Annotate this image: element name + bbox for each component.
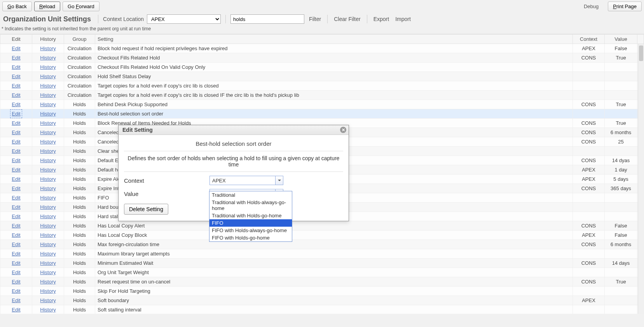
clear-filter-action[interactable]: Clear Filter [332,16,362,22]
table-row[interactable]: EditHistoryHoldsBest-hold selection sort… [0,109,644,119]
edit-link[interactable]: Edit [12,251,20,257]
history-link[interactable]: History [40,167,56,173]
col-history-header[interactable]: History [32,35,64,44]
table-row[interactable]: EditHistoryHoldsSoft boundaryAPEX [0,296,644,305]
scrollbar-thumb[interactable] [639,45,643,61]
history-link[interactable]: History [40,223,56,229]
edit-link[interactable]: Edit [12,241,20,247]
value-dropdown-list[interactable]: TraditionalTraditional with Holds-always… [209,191,292,242]
dropdown-option[interactable]: Traditional with Holds-go-home [209,212,292,219]
edit-link[interactable]: Edit [12,185,20,191]
history-link[interactable]: History [40,260,56,266]
dropdown-option[interactable]: Traditional with Holds-always-go-home [209,199,292,212]
edit-link[interactable]: Edit [12,148,20,154]
table-row[interactable]: EditHistoryCirculationHold Shelf Status … [0,72,644,81]
history-link[interactable]: History [40,148,56,154]
scrollbar[interactable] [638,44,644,314]
edit-link[interactable]: Edit [12,139,20,145]
print-page-button[interactable]: Print Page [608,2,642,11]
history-link[interactable]: History [40,279,56,285]
edit-link[interactable]: Edit [12,167,20,173]
history-link[interactable]: History [40,176,56,182]
filter-action[interactable]: Filter [307,16,323,22]
edit-link[interactable]: Edit [12,111,20,117]
go-forward-button[interactable]: Go Forward [63,2,99,11]
reload-button[interactable]: Reload [34,2,60,11]
edit-link[interactable]: Edit [12,195,20,201]
table-row[interactable]: EditHistoryHoldsMaximum library target a… [0,249,644,259]
history-link[interactable]: History [40,83,56,89]
edit-link[interactable]: Edit [12,279,20,285]
history-link[interactable]: History [40,195,56,201]
dialog-title-bar[interactable]: Edit Setting ✕ [119,125,349,135]
edit-link[interactable]: Edit [12,83,20,89]
close-icon[interactable]: ✕ [340,127,346,133]
edit-link[interactable]: Edit [12,269,20,275]
edit-link[interactable]: Edit [12,92,20,98]
history-link[interactable]: History [40,45,56,51]
history-link[interactable]: History [40,288,56,294]
table-row[interactable]: EditHistoryHoldsHas Local Copy AlertCONS… [0,221,644,231]
context-location-select[interactable]: APEX [147,14,221,24]
edit-link[interactable]: Edit [12,260,20,266]
history-link[interactable]: History [40,204,56,210]
edit-link[interactable]: Edit [12,213,20,219]
table-row[interactable]: EditHistoryHoldsBehind Desk Pickup Suppo… [0,100,644,109]
history-link[interactable]: History [40,55,56,61]
edit-link[interactable]: Edit [12,204,20,210]
dropdown-option[interactable]: FIFO with Holds-always-go-home [209,227,292,234]
table-row[interactable]: EditHistoryCirculationCheckout Fills Rel… [0,63,644,72]
search-input[interactable] [230,14,304,24]
history-link[interactable]: History [40,185,56,191]
edit-link[interactable]: Edit [12,288,20,294]
edit-link[interactable]: Edit [12,45,20,51]
history-link[interactable]: History [40,241,56,247]
table-row[interactable]: EditHistoryCirculationTarget copies for … [0,81,644,91]
dialog-context-select[interactable]: APEX [209,176,283,185]
dropdown-option[interactable]: FIFO with Holds-go-home [209,234,292,241]
edit-link[interactable]: Edit [12,223,20,229]
table-row[interactable]: EditHistoryHoldsSkip For Hold Targeting [0,287,644,296]
table-row[interactable]: EditHistoryHoldsMax foreign-circulation … [0,240,644,249]
history-link[interactable]: History [40,111,56,117]
go-back-button[interactable]: Go Back [2,2,32,11]
edit-link[interactable]: Edit [12,129,20,135]
history-link[interactable]: History [40,307,56,313]
col-value-header[interactable]: Value [605,35,637,44]
edit-link[interactable]: Edit [12,73,20,79]
history-link[interactable]: History [40,157,56,163]
col-group-header[interactable]: Group [64,35,95,44]
col-edit-header[interactable]: Edit [0,35,32,44]
dropdown-option[interactable]: FIFO [209,219,292,227]
edit-link[interactable]: Edit [12,120,20,126]
history-link[interactable]: History [40,251,56,257]
table-row[interactable]: EditHistoryHoldsReset request time on un… [0,277,644,287]
col-context-header[interactable]: Context [573,35,605,44]
history-link[interactable]: History [40,120,56,126]
table-row[interactable]: EditHistoryCirculationTarget copies for … [0,91,644,100]
history-link[interactable]: History [40,213,56,219]
history-link[interactable]: History [40,129,56,135]
import-action[interactable]: Import [394,16,412,22]
history-link[interactable]: History [40,73,56,79]
debug-link[interactable]: Debug [584,3,599,9]
edit-link[interactable]: Edit [12,297,20,303]
table-row[interactable]: EditHistoryHoldsSoft stalling interval [0,305,644,314]
table-row[interactable]: EditHistoryHoldsHas Local Copy BlockAPEX… [0,231,644,240]
table-row[interactable]: EditHistoryCirculationBlock hold request… [0,44,644,53]
history-link[interactable]: History [40,232,56,238]
edit-link[interactable]: Edit [12,307,20,313]
edit-link[interactable]: Edit [12,101,20,107]
history-link[interactable]: History [40,64,56,70]
chevron-down-icon[interactable] [275,176,283,185]
table-row[interactable]: EditHistoryHoldsOrg Unit Target Weight [0,268,644,277]
delete-setting-button[interactable]: Delete Setting [124,204,168,215]
edit-link[interactable]: Edit [12,55,20,61]
edit-link[interactable]: Edit [12,64,20,70]
history-link[interactable]: History [40,101,56,107]
table-row[interactable]: EditHistoryHoldsMinimum Estimated WaitCO… [0,259,644,268]
edit-link[interactable]: Edit [12,176,20,182]
history-link[interactable]: History [40,92,56,98]
col-setting-header[interactable]: Setting [95,35,573,44]
history-link[interactable]: History [40,269,56,275]
